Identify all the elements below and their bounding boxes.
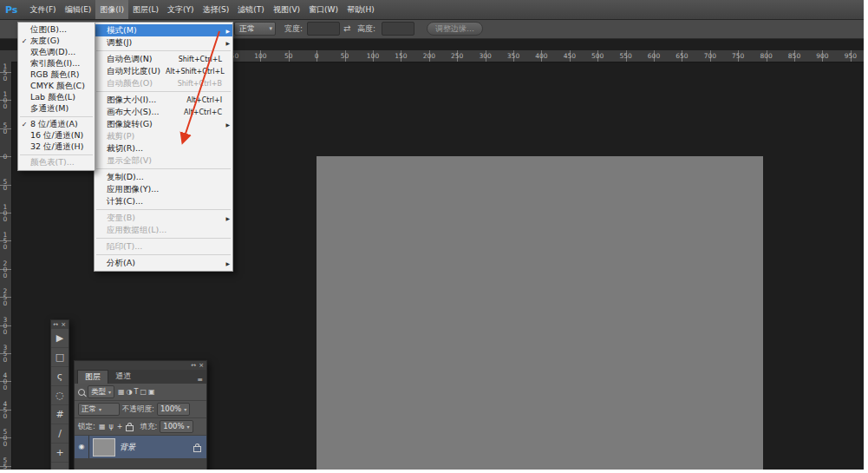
menu-item[interactable]: CMYK 颜色(C) bbox=[18, 81, 95, 92]
width-label: 宽度: bbox=[284, 19, 303, 38]
menu-item[interactable]: 变量(B) bbox=[95, 212, 232, 224]
ruler-label: 150 bbox=[395, 52, 407, 60]
menu-item[interactable]: 裁切(R)... bbox=[95, 142, 232, 154]
lock-all-icon[interactable] bbox=[126, 425, 134, 431]
visibility-eye-icon[interactable]: ◉ bbox=[75, 436, 89, 458]
width-input[interactable] bbox=[307, 22, 340, 36]
filter-type-select[interactable]: 类型 bbox=[88, 385, 114, 398]
menu-filter[interactable]: 滤镜(T) bbox=[233, 0, 269, 19]
menu-items: 文件(F) 编辑(E) 图像(I) 图层(L) 文字(Y) 选择(S) 滤镜(T… bbox=[25, 0, 378, 19]
menu-item[interactable]: 位图(B)... bbox=[18, 24, 95, 36]
menu-edit[interactable]: 编辑(E) bbox=[61, 0, 96, 19]
menu-item[interactable]: 8 位/通道(A) bbox=[18, 119, 95, 130]
filter-adjustment-layers-icon[interactable]: ◑ bbox=[126, 388, 134, 396]
menu-item[interactable]: 复制(D)... bbox=[95, 171, 232, 183]
refine-edge-button[interactable]: 调整边缘… bbox=[427, 22, 483, 36]
blend-mode-select[interactable]: 正常 bbox=[78, 403, 120, 416]
menu-item[interactable]: 陷印(T)... bbox=[95, 240, 232, 253]
menu-bar: Ps 文件(F) 编辑(E) 图像(I) 图层(L) 文字(Y) 选择(S) 滤… bbox=[0, 0, 864, 20]
lock-position-icon[interactable]: + bbox=[116, 423, 124, 430]
ruler-label: 2 5 0 bbox=[0, 288, 10, 306]
menu-item[interactable]: 应用图像(Y)... bbox=[95, 183, 232, 195]
menu-layer[interactable]: 图层(L) bbox=[128, 0, 163, 19]
menu-item[interactable]: 灰度(G) bbox=[18, 36, 95, 47]
menu-view[interactable]: 视图(V) bbox=[269, 0, 304, 19]
checkmark-icon bbox=[18, 121, 30, 128]
document-canvas[interactable] bbox=[317, 156, 763, 470]
close-panel-icon[interactable]: × bbox=[61, 320, 66, 329]
crop-tool-icon[interactable]: # bbox=[51, 405, 69, 424]
collapse-panel-icon[interactable]: ↔ bbox=[191, 361, 196, 370]
lock-transparency-icon[interactable]: ▦ bbox=[98, 423, 107, 430]
fill-select[interactable]: 100% bbox=[160, 420, 193, 433]
menu-item[interactable]: 调整(J) bbox=[95, 36, 232, 49]
menu-file[interactable]: 文件(F) bbox=[25, 0, 60, 19]
menu-item[interactable]: 计算(C)... bbox=[95, 195, 232, 207]
move-tool-icon[interactable]: ▶ bbox=[51, 329, 69, 348]
menu-item[interactable]: 画布大小(S)... Alt+Ctrl+C bbox=[95, 106, 232, 118]
menu-item bbox=[96, 209, 231, 210]
ruler-label: 3 5 0 bbox=[0, 345, 10, 363]
opacity-select[interactable]: 100% bbox=[157, 403, 190, 416]
menu-item[interactable]: 16 位/通道(N) bbox=[18, 130, 95, 141]
ruler-label: 5 0 bbox=[0, 122, 10, 135]
menu-item[interactable]: 索引颜色(I)... bbox=[18, 58, 95, 69]
menu-item[interactable]: Lab 颜色(L) bbox=[18, 92, 95, 103]
ruler-label: 5 0 0 bbox=[0, 429, 10, 447]
layer-row[interactable]: ◉ 背景 bbox=[75, 436, 206, 458]
ruler-label: 700 bbox=[704, 52, 716, 60]
menu-item[interactable]: 图像旋转(G) bbox=[95, 118, 232, 130]
layer-thumbnail[interactable] bbox=[93, 438, 115, 457]
brush-tool-icon[interactable]: ψ bbox=[51, 463, 69, 470]
menu-item[interactable]: 应用数据组(L)... bbox=[95, 224, 232, 236]
swap-dimensions-icon[interactable]: ⇄ bbox=[343, 19, 350, 38]
menu-item[interactable]: 双色调(D)... bbox=[18, 47, 95, 58]
ruler-label: 550 bbox=[619, 52, 631, 60]
tab-layers[interactable]: 图层 bbox=[77, 370, 108, 384]
menu-item[interactable]: 显示全部(V) bbox=[95, 154, 232, 167]
lasso-tool-icon[interactable]: ς bbox=[51, 367, 69, 386]
menu-type[interactable]: 文字(Y) bbox=[163, 0, 199, 19]
menu-image[interactable]: 图像(I) bbox=[95, 0, 128, 19]
ruler-label: 400 bbox=[535, 52, 547, 60]
menu-item[interactable]: 模式(M) bbox=[95, 24, 232, 36]
ruler-label: 500 bbox=[591, 52, 604, 60]
menu-item[interactable]: 图像大小(I)... Alt+Ctrl+I bbox=[95, 94, 232, 106]
filter-shape-layers-icon[interactable]: □ bbox=[139, 388, 147, 396]
menu-item[interactable]: 自动颜色(O) Shift+Ctrl+B bbox=[95, 77, 232, 89]
tab-channels[interactable]: 通道 bbox=[108, 370, 138, 383]
menu-item[interactable]: 颜色表(T)... bbox=[18, 157, 95, 168]
close-panel-icon[interactable]: × bbox=[199, 361, 204, 370]
panel-menu-icon[interactable]: ≡ bbox=[193, 376, 206, 384]
ruler-label: 100 bbox=[367, 52, 379, 60]
photoshop-window: Ps 文件(F) 编辑(E) 图像(I) 图层(L) 文字(Y) 选择(S) 滤… bbox=[0, 0, 864, 470]
menu-item[interactable]: 自动对比度(U) Alt+Shift+Ctrl+L bbox=[95, 65, 232, 77]
filter-type-layers-icon[interactable]: T bbox=[134, 388, 140, 396]
ruler-label: 4 5 0 bbox=[0, 400, 10, 418]
height-input[interactable] bbox=[382, 22, 414, 36]
filter-smart-objects-icon[interactable]: ▣ bbox=[147, 388, 156, 396]
menu-item[interactable]: 自动色调(N) Shift+Ctrl+L bbox=[95, 53, 232, 65]
filter-pixel-layers-icon[interactable]: ▦ bbox=[117, 388, 126, 396]
ruler-label: 900 bbox=[816, 52, 828, 60]
collapse-panel-icon[interactable]: ↔ bbox=[53, 320, 58, 329]
menu-select[interactable]: 选择(S) bbox=[199, 0, 234, 19]
ruler-corner bbox=[0, 50, 12, 62]
ruler-label: 200 bbox=[423, 52, 435, 60]
menu-item[interactable]: 分析(A) bbox=[95, 257, 232, 269]
ruler-label: 450 bbox=[564, 52, 576, 60]
menu-window[interactable]: 窗口(W) bbox=[304, 0, 343, 19]
ruler-label: 950 bbox=[845, 52, 857, 60]
style-select[interactable]: 正常 bbox=[234, 22, 276, 36]
menu-item bbox=[96, 168, 231, 169]
menu-help[interactable]: 帮助(H) bbox=[343, 0, 379, 19]
healing-brush-tool-icon[interactable]: + bbox=[51, 443, 69, 463]
menu-item[interactable]: 32 位/通道(H) bbox=[18, 141, 95, 153]
eyedropper-tool-icon[interactable]: ∕ bbox=[51, 424, 69, 443]
rectangular-marquee-tool-icon[interactable]: □ bbox=[51, 348, 69, 367]
lock-pixels-icon[interactable]: ψ bbox=[108, 423, 114, 430]
menu-item[interactable]: 裁剪(P) bbox=[95, 130, 232, 142]
quick-selection-tool-icon[interactable]: ◌ bbox=[51, 386, 69, 405]
menu-item[interactable]: 多通道(M) bbox=[18, 103, 95, 115]
menu-item[interactable]: RGB 颜色(R) bbox=[18, 69, 95, 81]
